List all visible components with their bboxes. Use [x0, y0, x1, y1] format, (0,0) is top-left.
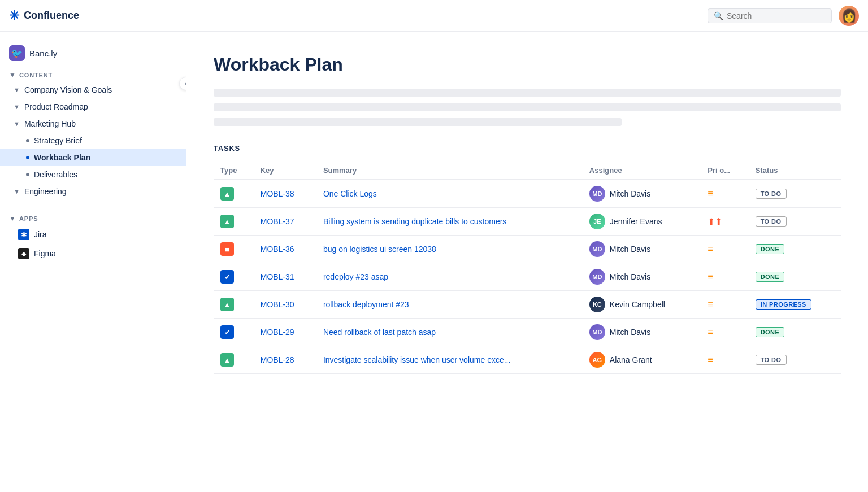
table-row: ✓ MOBL-29 Need rollback of last patch as… — [214, 319, 841, 346]
assignee-name: Kevin Campbell — [610, 300, 665, 309]
figma-icon: ◆ — [18, 248, 29, 259]
cell-key: MOBL-38 — [254, 180, 316, 208]
search-box[interactable]: 🔍 — [708, 8, 832, 23]
sidebar-item-deliverables[interactable]: Deliverables — [0, 166, 186, 183]
space-name: Banc.ly — [29, 49, 57, 58]
col-priority: Pri o... — [701, 162, 748, 180]
table-row: ▲ MOBL-37 Billing system is sending dupl… — [214, 208, 841, 236]
assignee-name: Mitch Davis — [610, 245, 650, 254]
app-layout: 🐦 Banc.ly ▼ CONTENT ▼ Company Vision & G… — [0, 32, 868, 492]
task-key-link[interactable]: MOBL-31 — [261, 272, 294, 281]
task-key-link[interactable]: MOBL-38 — [261, 189, 294, 198]
sidebar-item-jira[interactable]: ✱ Jira — [0, 225, 186, 244]
cell-priority: ≡ — [701, 180, 748, 208]
assignee-name: Mitch Davis — [610, 272, 650, 281]
sidebar-item-workback-plan[interactable]: Workback Plan — [0, 149, 186, 166]
cell-key: MOBL-37 — [254, 208, 316, 236]
cell-type: ▲ — [214, 291, 254, 319]
cell-key: MOBL-28 — [254, 346, 316, 374]
apps-section-header: ▼ APPS — [0, 209, 186, 225]
task-summary-link[interactable]: bug on logistics ui screen 12038 — [323, 245, 436, 254]
assignee-name: Jennifer Evans — [610, 217, 662, 226]
priority-medium-icon: ≡ — [708, 355, 713, 364]
assignee-cell: MD Mitch Davis — [589, 241, 694, 257]
sidebar-item-company-vision[interactable]: ▼ Company Vision & Goals — [0, 81, 186, 98]
assignee-cell: MD Mitch Davis — [589, 186, 694, 202]
priority-medium-icon: ≡ — [708, 299, 713, 309]
sidebar-item-label: Strategy Brief — [34, 136, 82, 145]
cell-summary: Investigate scalability issue when user … — [316, 346, 583, 374]
task-key-link[interactable]: MOBL-30 — [261, 300, 294, 309]
assignee-cell: MD Mitch Davis — [589, 324, 694, 340]
sidebar-item-engineering[interactable]: ▼ Engineering — [0, 183, 186, 200]
cell-type: ▲ — [214, 208, 254, 236]
priority-medium-icon: ≡ — [708, 189, 713, 198]
content-section-toggle[interactable]: ▼ — [9, 71, 16, 79]
sidebar-item-label: Company Vision & Goals — [24, 85, 112, 94]
task-summary-link[interactable]: Billing system is sending duplicate bill… — [323, 217, 506, 226]
cell-priority: ≡ — [701, 263, 748, 291]
task-summary-link[interactable]: Investigate scalability issue when user … — [323, 355, 511, 364]
task-key-link[interactable]: MOBL-28 — [261, 355, 294, 364]
cell-summary: Need rollback of last patch asap — [316, 319, 583, 346]
space-item[interactable]: 🐦 Banc.ly — [0, 41, 186, 66]
cell-assignee: MD Mitch Davis — [583, 180, 701, 208]
skeleton-bar-2 — [214, 103, 841, 111]
bullet-icon — [26, 173, 29, 176]
cell-status: TO DO — [749, 346, 841, 374]
skeleton-bar-1 — [214, 89, 841, 97]
cell-status: DONE — [749, 319, 841, 346]
main-content: Workback Plan TASKS Type Key Summary Ass… — [186, 32, 868, 492]
type-icon: ▲ — [220, 187, 234, 201]
priority-medium-icon: ≡ — [708, 327, 713, 337]
priority-medium-icon: ≡ — [708, 244, 713, 254]
avatar-image: 👩 — [841, 8, 857, 23]
tasks-table: Type Key Summary Assignee Pri o... Statu… — [214, 162, 841, 374]
assignee-cell: MD Mitch Davis — [589, 269, 694, 285]
col-type: Type — [214, 162, 254, 180]
app-logo[interactable]: ✳ Confluence — [9, 8, 79, 23]
user-avatar[interactable]: 👩 — [839, 6, 859, 26]
sidebar-item-strategy-brief[interactable]: Strategy Brief — [0, 132, 186, 149]
cell-summary: redeploy #23 asap — [316, 263, 583, 291]
type-icon: ■ — [220, 242, 234, 256]
cell-priority: ≡ — [701, 236, 748, 263]
cell-key: MOBL-31 — [254, 263, 316, 291]
type-icon: ▲ — [220, 215, 234, 228]
app-name: Confluence — [24, 10, 79, 21]
cell-status: DONE — [749, 263, 841, 291]
task-key-link[interactable]: MOBL-36 — [261, 245, 294, 254]
task-key-link[interactable]: MOBL-37 — [261, 217, 294, 226]
table-row: ▲ MOBL-38 One Click Logs MD Mitch Davis … — [214, 180, 841, 208]
sidebar-item-marketing-hub[interactable]: ▼ Marketing Hub — [0, 115, 186, 132]
assignee-name: Mitch Davis — [610, 189, 650, 198]
task-summary-link[interactable]: Need rollback of last patch asap — [323, 328, 436, 337]
assignee-avatar: MD — [589, 186, 605, 202]
page-title: Workback Plan — [214, 54, 841, 75]
status-badge: DONE — [756, 244, 785, 254]
assignee-name: Alana Grant — [610, 355, 652, 364]
cell-key: MOBL-36 — [254, 236, 316, 263]
cell-priority: ≡ — [701, 346, 748, 374]
status-badge: TO DO — [756, 216, 787, 227]
task-summary-link[interactable]: rollback deployment #23 — [323, 300, 409, 309]
task-key-link[interactable]: MOBL-29 — [261, 328, 294, 337]
status-badge: TO DO — [756, 189, 787, 199]
assignee-cell: KC Kevin Campbell — [589, 297, 694, 312]
cell-status: IN PROGRESS — [749, 291, 841, 319]
task-summary-link[interactable]: redeploy #23 asap — [323, 272, 388, 281]
task-summary-link[interactable]: One Click Logs — [323, 189, 377, 198]
apps-section-toggle[interactable]: ▼ — [9, 215, 16, 223]
status-badge: DONE — [756, 272, 785, 282]
assignee-avatar: KC — [589, 297, 605, 312]
search-input[interactable] — [727, 11, 826, 20]
status-badge: DONE — [756, 327, 785, 337]
sidebar-item-figma[interactable]: ◆ Figma — [0, 244, 186, 263]
sidebar-item-label: Engineering — [24, 187, 67, 196]
cell-key: MOBL-29 — [254, 319, 316, 346]
sidebar-item-label: Figma — [34, 249, 56, 258]
priority-high-icon: ⬆⬆ — [708, 217, 722, 227]
assignee-name: Mitch Davis — [610, 328, 650, 337]
table-row: ■ MOBL-36 bug on logistics ui screen 120… — [214, 236, 841, 263]
sidebar-item-product-roadmap[interactable]: ▼ Product Roadmap — [0, 98, 186, 115]
